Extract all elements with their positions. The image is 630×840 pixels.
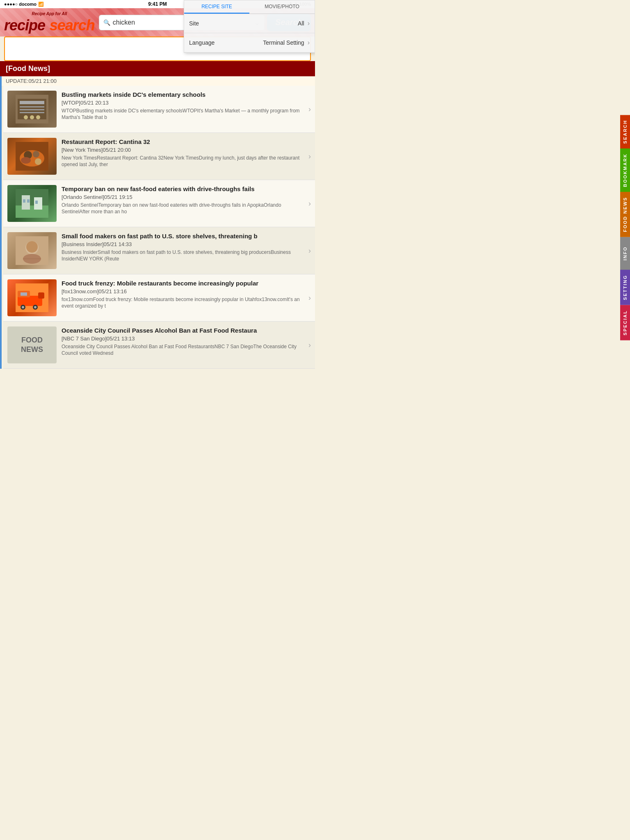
language-value: Terminal Setting bbox=[263, 39, 304, 46]
news-thumbnail-1 bbox=[7, 91, 57, 128]
news-content-6: Oceanside City Council Passes Alcohol Ba… bbox=[62, 326, 306, 357]
news-thumbnail-5 bbox=[7, 279, 57, 316]
news-item-title-3: Temporary ban on new fast-food eateries … bbox=[62, 185, 306, 193]
logo-search-text: search bbox=[50, 17, 95, 34]
svg-rect-21 bbox=[35, 201, 38, 204]
site-value: All bbox=[298, 20, 304, 27]
svg-point-12 bbox=[33, 151, 39, 158]
news-chevron-icon-5: › bbox=[308, 294, 311, 302]
news-chevron-icon-3: › bbox=[308, 199, 311, 208]
svg-rect-20 bbox=[27, 199, 30, 203]
news-list: Bustling markets inside DC's elementary … bbox=[3, 86, 315, 369]
svg-rect-2 bbox=[20, 101, 44, 104]
search-icon: 🔍 bbox=[103, 19, 110, 26]
update-text: UPDATE:05/21 21:00 bbox=[6, 78, 57, 84]
logo-dot bbox=[45, 15, 50, 34]
news-source-2: [New York Times]05/21 20:00 bbox=[62, 147, 306, 153]
dropdown-language-row[interactable]: Language Terminal Setting › bbox=[184, 33, 315, 52]
news-item-title-4: Small food makers on fast path to U.S. s… bbox=[62, 232, 306, 240]
dropdown-site-row[interactable]: Site All › bbox=[184, 14, 315, 33]
svg-point-6 bbox=[24, 115, 28, 119]
news-source-3: [Orlando Sentinel]05/21 19:15 bbox=[62, 194, 306, 200]
svg-point-33 bbox=[34, 306, 37, 308]
news-item[interactable]: Bustling markets inside DC's elementary … bbox=[3, 86, 315, 133]
svg-rect-19 bbox=[23, 199, 25, 203]
news-excerpt-5: fox13now.comFood truck frenzy: Mobile re… bbox=[62, 296, 306, 310]
status-time: 9:41 PM bbox=[148, 1, 167, 7]
news-source-6: [NBC 7 San Diego]05/21 13:13 bbox=[62, 336, 306, 342]
news-item[interactable]: Restaurant Report: Cantina 32 [New York … bbox=[3, 133, 315, 180]
news-item-title-2: Restaurant Report: Cantina 32 bbox=[62, 138, 306, 146]
header-left: Recipe App for All recipe search bbox=[4, 11, 95, 33]
news-thumbnail-2 bbox=[7, 138, 57, 175]
news-source-5: [fox13now.com]05/21 13:16 bbox=[62, 288, 306, 294]
dropdown-tabs: RECIPE SITE MOVIE/PHOTO bbox=[184, 0, 315, 14]
tab-movie-photo[interactable]: MOVIE/PHOTO bbox=[249, 0, 315, 14]
svg-rect-3 bbox=[20, 106, 44, 107]
news-source-4: [Business Insider]05/21 14:33 bbox=[62, 241, 306, 247]
svg-point-14 bbox=[35, 158, 41, 165]
news-item[interactable]: Food truck frenzy: Mobile restaurants be… bbox=[3, 274, 315, 322]
news-chevron-icon-2: › bbox=[308, 152, 311, 161]
chevron-right-icon: › bbox=[308, 20, 310, 27]
svg-rect-29 bbox=[38, 292, 44, 299]
svg-point-24 bbox=[26, 241, 38, 253]
news-item[interactable]: Small food makers on fast path to U.S. s… bbox=[3, 227, 315, 274]
news-thumbnail-4 bbox=[7, 232, 57, 269]
logo: recipe search bbox=[4, 16, 95, 33]
svg-point-13 bbox=[21, 157, 31, 164]
news-excerpt-3: Orlando SentinelTemporary ban on new fas… bbox=[62, 202, 306, 216]
news-chevron-icon-1: › bbox=[308, 105, 311, 114]
news-content-1: Bustling markets inside DC's elementary … bbox=[62, 91, 306, 121]
svg-rect-4 bbox=[20, 109, 44, 110]
svg-point-31 bbox=[22, 306, 24, 308]
wifi-icon: 📶 bbox=[38, 2, 44, 7]
news-content-4: Small food makers on fast path to U.S. s… bbox=[62, 232, 306, 262]
svg-point-8 bbox=[36, 115, 40, 119]
svg-rect-16 bbox=[16, 205, 48, 218]
news-item-title-1: Bustling markets inside DC's elementary … bbox=[62, 91, 306, 99]
site-label: Site bbox=[189, 20, 298, 27]
language-label: Language bbox=[189, 39, 263, 46]
news-item-title-6: Oceanside City Council Passes Alcohol Ba… bbox=[62, 326, 306, 335]
svg-point-7 bbox=[30, 115, 34, 119]
news-content-5: Food truck frenzy: Mobile restaurants be… bbox=[62, 279, 306, 310]
news-item[interactable]: FOOD NEWS Oceanside City Council Passes … bbox=[3, 322, 315, 369]
status-left: ●●●●○ docomo 📶 bbox=[4, 2, 44, 7]
logo-recipe-text: recipe bbox=[4, 17, 45, 34]
news-excerpt-1: WTOPBustling markets inside DC's element… bbox=[62, 107, 306, 121]
news-excerpt-2: New York TimesRestaurant Report: Cantina… bbox=[62, 155, 306, 169]
news-chevron-icon-4: › bbox=[308, 247, 311, 255]
news-excerpt-4: Business InsiderSmall food makers on fas… bbox=[62, 249, 306, 263]
dropdown-panel: RECIPE SITE MOVIE/PHOTO Site All › Langu… bbox=[184, 0, 315, 53]
news-title: [Food News] bbox=[6, 64, 50, 73]
news-source-1: [WTOP]05/21 20:13 bbox=[62, 100, 306, 106]
svg-rect-5 bbox=[20, 112, 44, 113]
tab-recipe-site[interactable]: RECIPE SITE bbox=[184, 0, 249, 14]
news-thumbnail-6: FOOD NEWS bbox=[7, 326, 57, 363]
update-bar: UPDATE:05/21 21:00 bbox=[0, 76, 315, 86]
news-chevron-icon-6: › bbox=[308, 341, 311, 349]
news-thumbnail-3 bbox=[7, 185, 57, 222]
carrier-text: ●●●●○ docomo bbox=[4, 2, 37, 7]
news-content-3: Temporary ban on new fast-food eateries … bbox=[62, 185, 306, 215]
news-content-2: Restaurant Report: Cantina 32 [New York … bbox=[62, 138, 306, 168]
news-excerpt-6: Oceanside City Council Passes Alcohol Ba… bbox=[62, 343, 306, 357]
news-item-title-5: Food truck frenzy: Mobile restaurants be… bbox=[62, 279, 306, 288]
svg-rect-35 bbox=[21, 292, 27, 296]
foodnews-placeholder: FOOD NEWS bbox=[7, 326, 57, 363]
news-header: [Food News] bbox=[0, 61, 315, 76]
news-item[interactable]: Temporary ban on new fast-food eateries … bbox=[3, 180, 315, 227]
news-section: Bustling markets inside DC's elementary … bbox=[0, 86, 315, 369]
chevron-right-icon-2: › bbox=[308, 39, 310, 46]
